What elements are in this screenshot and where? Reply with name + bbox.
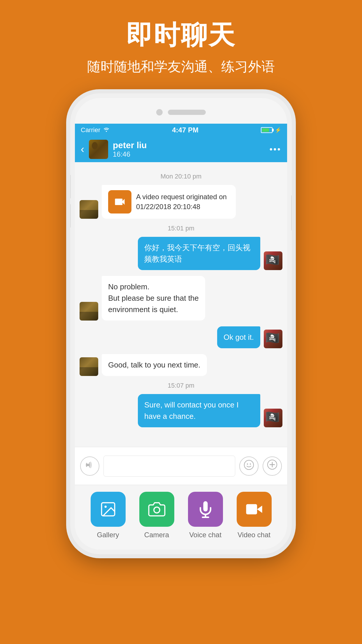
phone-frame: Carrier 4:47 PM ⚡ ‹ bbox=[70, 93, 292, 554]
status-bar: Carrier 4:47 PM ⚡ bbox=[75, 124, 287, 136]
page-title: 即时聊天 bbox=[0, 18, 362, 53]
voice-waves-icon bbox=[85, 460, 94, 472]
chat-header: ‹ peter liu 16:46 ••• bbox=[75, 136, 287, 162]
back-button[interactable]: ‹ bbox=[81, 143, 84, 155]
voice-chat-label: Voice chat bbox=[189, 531, 222, 539]
sender-avatar bbox=[80, 302, 98, 321]
plus-icon bbox=[267, 459, 277, 473]
message-row: Good, talk to you next time. bbox=[80, 354, 282, 376]
camera-icon-box bbox=[139, 492, 174, 527]
timestamp-2: 15:01 pm bbox=[80, 225, 282, 232]
gallery-label: Gallery bbox=[97, 531, 119, 539]
gallery-icon-box bbox=[91, 492, 126, 527]
my-avatar bbox=[264, 330, 282, 348]
battery-icon bbox=[261, 127, 273, 133]
svg-point-1 bbox=[244, 460, 254, 470]
received-bubble: No problem. But please be sure that the … bbox=[102, 276, 205, 321]
my-avatar bbox=[264, 251, 282, 270]
power-button bbox=[291, 195, 292, 230]
contact-status-time: 16:46 bbox=[113, 150, 265, 158]
phone-top-decoration bbox=[156, 109, 206, 116]
contact-info: peter liu 16:46 bbox=[113, 140, 265, 158]
camera-tool[interactable]: Camera bbox=[139, 492, 174, 539]
contact-avatar bbox=[89, 140, 108, 159]
status-left: Carrier bbox=[81, 126, 110, 134]
speaker-grille bbox=[168, 110, 206, 115]
video-request-bubble: A video request originated on 01/22/2018… bbox=[102, 185, 236, 219]
sent-bubble: Ok got it. bbox=[217, 326, 260, 348]
contact-avatar-image bbox=[89, 140, 108, 159]
emoji-icon bbox=[244, 460, 254, 473]
message-row: No problem. But please be sure that the … bbox=[80, 276, 282, 321]
sent-bubble: 你好，我今天下午有空，回头视频教我英语 bbox=[138, 237, 260, 270]
volume-up-button bbox=[70, 175, 71, 198]
charging-icon: ⚡ bbox=[275, 127, 281, 133]
svg-point-8 bbox=[104, 505, 107, 508]
video-request-text: A video request originated on 01/22/2018… bbox=[136, 192, 229, 211]
input-bar bbox=[75, 447, 287, 485]
message-row: A video request originated on 01/22/2018… bbox=[80, 185, 282, 219]
top-section: 即时聊天 随时随地和学友沟通、练习外语 bbox=[0, 0, 362, 88]
message-row: Ok got it. bbox=[80, 326, 282, 348]
svg-point-3 bbox=[250, 463, 251, 465]
volume-down-button bbox=[70, 204, 71, 228]
wifi-icon bbox=[103, 127, 110, 133]
video-request-icon bbox=[108, 190, 131, 214]
svg-point-9 bbox=[154, 507, 160, 513]
bottom-toolbar: Gallery Camera bbox=[75, 485, 287, 550]
svg-point-2 bbox=[247, 463, 248, 465]
voice-chat-tool[interactable]: Voice chat bbox=[188, 492, 223, 539]
status-time: 4:47 PM bbox=[172, 126, 198, 134]
sent-bubble: Sure, will contact you once I have a cha… bbox=[138, 394, 260, 427]
message-row: Sure, will contact you once I have a cha… bbox=[80, 394, 282, 427]
timestamp-3: 15:07 pm bbox=[80, 382, 282, 389]
status-right: ⚡ bbox=[261, 127, 281, 133]
phone-screen: Carrier 4:47 PM ⚡ ‹ bbox=[75, 124, 287, 550]
voice-icon-box bbox=[188, 492, 223, 527]
voice-toggle-button[interactable] bbox=[80, 456, 99, 476]
carrier-label: Carrier bbox=[81, 126, 100, 134]
timestamp-1: Mon 20:10 pm bbox=[80, 173, 282, 180]
video-icon-box bbox=[237, 492, 272, 527]
gallery-tool[interactable]: Gallery bbox=[91, 492, 126, 539]
svg-point-0 bbox=[87, 464, 89, 466]
sender-avatar bbox=[80, 357, 98, 376]
page-subtitle: 随时随地和学友沟通、练习外语 bbox=[0, 58, 362, 76]
svg-rect-12 bbox=[246, 504, 257, 514]
battery-fill bbox=[262, 128, 269, 132]
phone-inner: Carrier 4:47 PM ⚡ ‹ bbox=[75, 98, 287, 550]
sender-avatar bbox=[80, 200, 98, 219]
chat-messages-area: Mon 20:10 pm A video request originated … bbox=[75, 162, 287, 447]
more-options-button[interactable]: ••• bbox=[269, 144, 281, 154]
camera-label: Camera bbox=[144, 531, 169, 539]
message-input[interactable] bbox=[103, 456, 235, 477]
video-chat-tool[interactable]: Video chat bbox=[237, 492, 272, 539]
front-camera bbox=[156, 109, 163, 116]
emoji-button[interactable] bbox=[239, 456, 259, 476]
contact-name: peter liu bbox=[113, 140, 265, 150]
add-button[interactable] bbox=[263, 456, 282, 476]
my-avatar bbox=[264, 409, 282, 427]
received-bubble: Good, talk to you next time. bbox=[102, 354, 207, 376]
video-chat-label: Video chat bbox=[238, 531, 270, 539]
message-row: 你好，我今天下午有空，回头视频教我英语 bbox=[80, 237, 282, 270]
